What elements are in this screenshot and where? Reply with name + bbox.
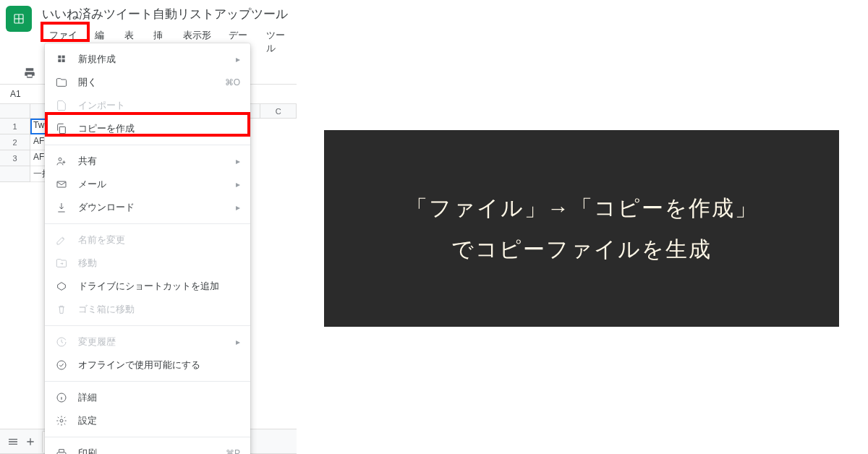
menu-item-new[interactable]: 新規作成 ▸ xyxy=(45,48,250,71)
rename-icon xyxy=(55,234,68,246)
folder-icon xyxy=(55,77,68,88)
mail-icon xyxy=(55,179,68,190)
menu-item-make-copy[interactable]: コピーを作成 xyxy=(45,117,250,140)
menu-item-mail[interactable]: メール ▸ xyxy=(45,173,250,196)
row-header-3[interactable]: 3 xyxy=(0,150,30,166)
instruction-panel: 「ファイル」→「コピーを作成」 でコピーファイルを生成 xyxy=(324,130,839,327)
separator xyxy=(45,325,250,326)
new-icon xyxy=(55,53,68,65)
print-icon xyxy=(55,447,68,454)
document-title[interactable]: いいね済みツイート自動リストアップツール xyxy=(42,4,288,22)
chevron-right-icon: ▸ xyxy=(236,179,240,189)
file-dropdown: 新規作成 ▸ 開く ⌘O インポート コピーを作成 共有 ▸ メール ▸ ダウン… xyxy=(45,43,250,454)
offline-icon xyxy=(55,359,68,371)
row-header-blank[interactable] xyxy=(0,166,30,182)
menu-item-offline[interactable]: オフラインで使用可能にする xyxy=(45,354,250,377)
import-icon xyxy=(55,100,68,111)
menu-item-rename: 名前を変更 xyxy=(45,228,250,252)
separator xyxy=(45,437,250,437)
menu-item-details[interactable]: 詳細 xyxy=(45,386,250,409)
all-sheets-icon[interactable] xyxy=(7,436,19,447)
menu-item-label: 詳細 xyxy=(78,391,240,404)
instruction-line-1: 「ファイル」→「コピーを作成」 xyxy=(406,187,758,228)
menu-item-settings[interactable]: 設定 xyxy=(45,409,250,432)
menu-item-label: 印刷 xyxy=(78,447,226,454)
menu-item-label: ドライブにショートカットを追加 xyxy=(78,280,240,293)
menu-item-download[interactable]: ダウンロード ▸ xyxy=(45,196,250,219)
separator xyxy=(45,381,250,382)
menu-item-add-shortcut[interactable]: ドライブにショートカットを追加 xyxy=(45,275,250,298)
menu-item-label: 共有 xyxy=(78,155,236,168)
separator xyxy=(45,223,250,224)
history-icon xyxy=(55,336,68,348)
menu-item-label: 移動 xyxy=(78,257,240,270)
move-icon xyxy=(55,257,68,269)
menu-item-import: インポート xyxy=(45,94,250,117)
menu-item-print[interactable]: 印刷 ⌘P xyxy=(45,442,250,454)
menu-item-open[interactable]: 開く ⌘O xyxy=(45,71,250,94)
chevron-right-icon: ▸ xyxy=(236,156,240,166)
google-sheets-logo[interactable] xyxy=(6,6,32,32)
instruction-line-2: でコピーファイルを生成 xyxy=(406,228,758,270)
menu-item-label: 設定 xyxy=(78,414,240,427)
menu-item-label: 新規作成 xyxy=(78,53,236,66)
menu-item-label: ダウンロード xyxy=(78,201,236,214)
chevron-right-icon: ▸ xyxy=(236,337,240,347)
menu-item-move: 移動 xyxy=(45,252,250,275)
gear-icon xyxy=(55,415,68,427)
sheets-icon xyxy=(12,12,25,25)
menu-item-label: コピーを作成 xyxy=(78,122,240,135)
title-bar: いいね済みツイート自動リストアップツール xyxy=(0,0,297,22)
add-sheet-icon[interactable] xyxy=(25,436,36,447)
menu-item-share[interactable]: 共有 ▸ xyxy=(45,150,250,173)
menu-item-label: 変更履歴 xyxy=(78,335,236,348)
menu-item-label: メール xyxy=(78,178,236,191)
menu-item-label: インポート xyxy=(78,99,240,112)
svg-rect-4 xyxy=(62,56,65,59)
shortcut-icon xyxy=(55,280,68,292)
svg-rect-9 xyxy=(57,181,66,187)
chevron-right-icon: ▸ xyxy=(236,54,240,64)
chevron-right-icon: ▸ xyxy=(236,202,240,213)
download-icon xyxy=(55,202,68,213)
menu-item-version-history: 変更履歴 ▸ xyxy=(45,330,250,354)
select-all-corner[interactable] xyxy=(0,104,30,119)
svg-rect-6 xyxy=(62,59,65,62)
info-icon xyxy=(55,392,68,403)
row-header-1[interactable]: 1 xyxy=(0,119,30,134)
shortcut-text: ⌘P xyxy=(226,448,240,454)
menu-tools[interactable]: ツール xyxy=(260,26,297,58)
shortcut-text: ⌘O xyxy=(225,77,240,87)
menu-item-label: ゴミ箱に移動 xyxy=(78,303,240,316)
col-header-c[interactable]: C xyxy=(260,104,297,119)
svg-rect-7 xyxy=(59,127,65,133)
row-header-2[interactable]: 2 xyxy=(0,134,30,150)
svg-rect-5 xyxy=(58,59,61,62)
print-icon[interactable] xyxy=(23,67,36,80)
svg-point-12 xyxy=(60,419,63,422)
copy-icon xyxy=(55,123,68,134)
menu-item-label: 開く xyxy=(78,76,225,89)
svg-point-10 xyxy=(57,361,66,369)
menu-item-label: オフラインで使用可能にする xyxy=(78,359,240,372)
svg-point-8 xyxy=(59,158,61,160)
separator xyxy=(45,145,250,145)
menu-item-trash: ゴミ箱に移動 xyxy=(45,298,250,321)
menu-item-label: 名前を変更 xyxy=(78,234,240,247)
trash-icon xyxy=(55,304,68,315)
share-icon xyxy=(55,155,68,167)
name-box[interactable]: A1 xyxy=(6,87,25,100)
svg-rect-3 xyxy=(58,56,61,59)
